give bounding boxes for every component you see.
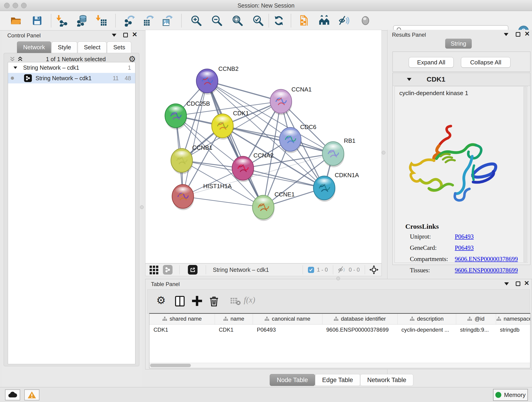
table-cell[interactable]: CDK1	[149, 325, 215, 335]
bottom-splitter-handle[interactable]	[336, 277, 340, 280]
cloud-status-button[interactable]	[5, 389, 20, 400]
network-row-label: String Network – cdk1	[36, 75, 92, 82]
open-folder-icon[interactable]	[10, 15, 22, 27]
crosslink-link[interactable]: P06493	[455, 244, 474, 251]
control-panel-close-icon[interactable]: ✕	[132, 32, 137, 37]
column-header-sharedname[interactable]: shared name	[149, 314, 215, 325]
zoom-fit-icon[interactable]	[231, 15, 243, 27]
tab-network[interactable]: Network	[17, 41, 51, 53]
node-label-CDK1: CDK1	[233, 110, 249, 117]
table-cell[interactable]: 9606.ENSP00000378699	[322, 325, 397, 335]
network-node-CDK1[interactable]	[212, 114, 234, 140]
table-cell[interactable]: stringdb	[496, 325, 530, 335]
network-node-RB1[interactable]	[322, 142, 344, 167]
column-header-description[interactable]: description	[397, 314, 456, 325]
scrollbar-thumb[interactable]	[150, 364, 191, 367]
column-header-namespace[interactable]: namespace	[496, 314, 530, 325]
expand-all-button[interactable]: Expand All	[409, 57, 454, 68]
crosslink-link[interactable]: 9606.ENSP00000378699	[455, 267, 518, 274]
network-share-icon[interactable]	[163, 265, 172, 274]
results-panel-maximize-icon[interactable]	[516, 32, 520, 37]
table-cell[interactable]: stringdb:9...	[456, 325, 496, 335]
network-node-CCNB1[interactable]	[171, 148, 193, 174]
crosslink-link[interactable]: 9606.ENSP00000378699	[455, 255, 518, 263]
network-row-selected[interactable]: String Network – cdk1 11 48	[8, 73, 135, 83]
column-type-icon	[496, 317, 501, 321]
tab-edge-table[interactable]: Edge Table	[315, 374, 360, 386]
network-collection-row[interactable]: String Network – cdk1 1	[8, 62, 135, 73]
network-node-CDC25B[interactable]	[165, 104, 187, 129]
column-header-canonicalname[interactable]: canonical name	[253, 314, 322, 325]
show-columns-icon[interactable]	[174, 295, 186, 307]
network-node-CCNB2[interactable]	[196, 69, 218, 95]
crosslink-link[interactable]: P06493	[455, 233, 474, 240]
gene-header[interactable]: CDK1	[393, 73, 530, 86]
show-all-icon[interactable]	[360, 15, 371, 27]
network-node-CDKN1A[interactable]	[313, 176, 336, 202]
tab-style[interactable]: Style	[51, 41, 77, 53]
collection-expand-icon[interactable]	[13, 66, 17, 69]
export-table-icon[interactable]	[143, 15, 155, 27]
add-column-icon[interactable]	[191, 295, 203, 307]
network-node-CCNA1[interactable]	[270, 89, 292, 115]
first-neighbors-icon[interactable]	[318, 15, 330, 27]
table-cell[interactable]: CDK1	[215, 325, 253, 335]
import-network-icon[interactable]	[56, 15, 68, 27]
save-icon[interactable]	[31, 15, 43, 27]
network-node-CDC6[interactable]	[279, 128, 302, 153]
zoom-in-icon[interactable]	[190, 15, 202, 27]
table-horizontal-scrollbar[interactable]	[149, 363, 530, 368]
selected-checkbox-icon[interactable]	[308, 267, 314, 273]
import-table-icon[interactable]	[95, 15, 108, 27]
refresh-icon[interactable]	[273, 15, 285, 27]
clone-network-icon[interactable]	[299, 15, 311, 27]
tab-string[interactable]: String	[445, 38, 472, 49]
table-cell[interactable]: P06493	[253, 325, 322, 335]
table-settings-gear-icon[interactable]: ⚙	[156, 295, 168, 307]
table-panel-close-icon[interactable]: ✕	[524, 281, 529, 286]
open-in-window-icon[interactable]	[188, 265, 197, 274]
expand-all-chevron-icon[interactable]	[17, 56, 23, 62]
results-panel-close-icon[interactable]: ✕	[525, 32, 530, 36]
network-node-CCNE1[interactable]	[253, 195, 274, 221]
collapse-all-button[interactable]: Collapse All	[461, 57, 510, 68]
tab-select[interactable]: Select	[78, 41, 107, 53]
column-header-id[interactable]: @id	[456, 314, 496, 325]
column-header-databaseidentifier[interactable]: database identifier	[322, 314, 397, 325]
warning-status-button[interactable]	[24, 389, 39, 400]
zoom-selected-icon[interactable]	[252, 15, 264, 27]
zoom-out-icon[interactable]	[211, 15, 223, 27]
tab-node-table[interactable]: Node Table	[270, 374, 315, 386]
node-label-CCNA1: CCNA1	[291, 86, 312, 93]
left-splitter-handle[interactable]	[140, 205, 144, 209]
hide-selected-icon[interactable]	[338, 15, 350, 27]
memory-button[interactable]: Memory	[493, 389, 528, 401]
right-splitter-handle[interactable]	[382, 151, 385, 154]
table-panel-maximize-icon[interactable]	[516, 281, 520, 286]
column-type-icon	[334, 317, 339, 321]
control-panel-float-icon[interactable]	[112, 34, 116, 37]
table-row[interactable]: CDK1CDK1P064939606.ENSP00000378699cyclin…	[149, 325, 530, 335]
node-label-CCNE1: CCNE1	[274, 191, 295, 198]
tab-sets[interactable]: Sets	[107, 41, 131, 53]
collection-count: 1	[128, 64, 131, 71]
control-panel-maximize-icon[interactable]	[123, 33, 128, 37]
network-view-canvas[interactable]: CCNB2CCNA1CDC25BCDK1CDC6RB1CCNB1CCNA2CDK…	[145, 30, 382, 263]
network-node-HIST1H1A[interactable]	[172, 185, 194, 210]
birds-eye-view-icon[interactable]	[369, 265, 379, 274]
results-panel-float-icon[interactable]	[504, 33, 508, 36]
table-panel-float-icon[interactable]	[504, 282, 509, 285]
results-scrollbar[interactable]	[524, 87, 527, 262]
export-image-icon[interactable]	[162, 15, 174, 27]
gene-collapse-icon[interactable]	[407, 78, 412, 81]
export-network-icon[interactable]	[124, 15, 136, 27]
grid-view-icon[interactable]	[149, 265, 159, 274]
delete-column-icon[interactable]	[208, 295, 220, 307]
column-header-name[interactable]: name	[215, 314, 253, 325]
gene-content: cyclin-dependent kinase 1	[394, 86, 528, 263]
collapse-all-chevron-icon[interactable]	[9, 56, 15, 62]
selected-count: 1 - 0	[317, 267, 328, 273]
import-database-icon[interactable]	[76, 15, 88, 27]
tab-network-table[interactable]: Network Table	[360, 374, 413, 386]
table-cell[interactable]: cyclin-dependent ...	[397, 325, 456, 335]
